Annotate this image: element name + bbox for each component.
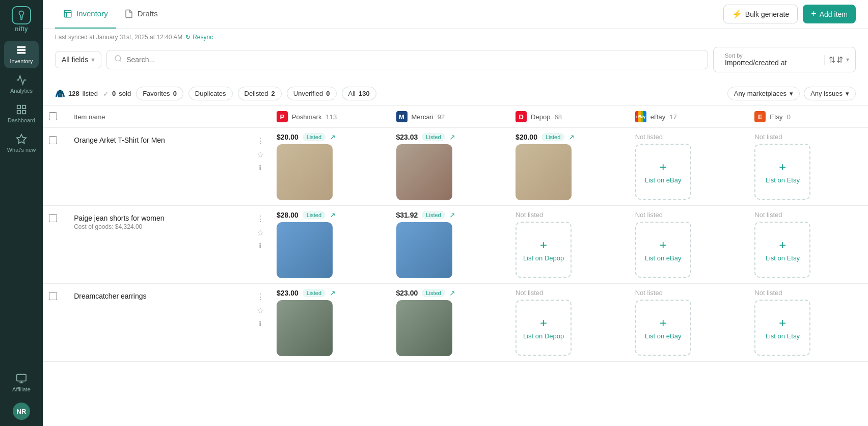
external-link-icon[interactable]: ↗ [449,133,455,141]
listed-badge: Listed [422,211,445,219]
filter-all[interactable]: All 130 [342,87,376,100]
market-price-row: $23.03 Listed ↗ [396,133,504,141]
select-all-checkbox[interactable] [49,112,57,120]
sort-dropdown-button[interactable]: ▾ [844,56,851,63]
svg-rect-8 [64,10,71,17]
market-price-row: $31.92 Listed ↗ [396,211,504,219]
external-link-icon[interactable]: ↗ [449,211,455,219]
all-label: All [348,90,356,97]
svg-rect-2 [17,111,20,114]
info-icon[interactable]: ℹ [259,320,261,328]
tab-drafts[interactable]: Drafts [116,0,166,29]
plus-icon: + [660,316,667,330]
row-checkbox[interactable] [49,136,57,144]
market-price-row: $20.00 Listed ↗ [277,133,384,141]
mercari-logo: M [396,111,408,122]
market-cell-ebay: Not listed + List on eBay [629,206,749,284]
external-link-icon[interactable]: ↗ [330,211,336,219]
list-on-etsy-button[interactable]: + List on Etsy [754,144,810,200]
avatar[interactable]: NR [13,403,30,420]
star-icon[interactable]: ☆ [257,150,264,159]
filter-favorites[interactable]: Favorites 0 [136,87,183,100]
plus-icon: + [811,9,817,19]
external-link-icon[interactable]: ↗ [330,289,336,297]
list-card-label: List on eBay [645,254,682,262]
th-check [43,106,68,128]
svg-rect-3 [22,111,25,114]
sidebar-item-dashboard[interactable]: Dashboard [4,100,39,127]
market-cell-depop: Not listed + List on Depop [509,206,629,284]
more-icon[interactable]: ⋮ [256,214,264,224]
sort-asc-button[interactable]: ⇅ [829,55,835,65]
external-link-icon[interactable]: ↗ [568,133,575,141]
star-icon[interactable]: ☆ [257,306,264,315]
row-checkbox[interactable] [49,214,57,222]
svg-marker-4 [17,135,26,143]
sort-buttons: ⇅ ⇵ ▾ [824,55,855,65]
plus-icon: + [779,160,786,174]
th-depop: D Depop 68 [509,106,629,128]
not-listed-label: Not listed [754,133,862,141]
sidebar-item-affiliate[interactable]: Affiliate [4,369,39,396]
market-cell-etsy: Not listed + List on Etsy [748,128,868,206]
table-row: Orange Arket T-Shirt for Men ⋮ ☆ ℹ $20.0… [43,128,868,206]
search-box [106,50,708,69]
list-card-label: List on Etsy [766,176,800,184]
product-image [277,144,333,200]
market-cell-ebay: Not listed + List on eBay [629,128,749,206]
list-on-ebay-button[interactable]: + List on eBay [635,300,691,356]
external-link-icon[interactable]: ↗ [449,289,455,297]
more-icon[interactable]: ⋮ [256,136,264,146]
filter-duplicates[interactable]: Duplicates [188,87,233,100]
search-icon [114,55,122,65]
sidebar-item-inventory[interactable]: Inventory [4,41,39,68]
plus-icon: + [660,238,667,252]
depop-logo: D [516,111,527,122]
list-on-ebay-button[interactable]: + List on eBay [635,222,691,278]
logo: nifty [8,6,35,33]
item-name-cell: Orange Arket T-Shirt for Men [68,128,250,206]
price: $20.00 [277,133,299,141]
list-card-label: List on Depop [523,332,564,340]
th-actions [250,106,270,128]
sidebar-item-analytics[interactable]: Analytics [4,70,39,98]
list-on-depop-button[interactable]: + List on Depop [516,222,572,278]
table-area: Item name P Poshmark 113 M Mercari [43,106,868,426]
filter-select[interactable]: All fields ▾ [55,51,101,68]
item-name: Paige jean shorts for women [74,214,244,222]
sidebar-item-inventory-label: Inventory [10,58,33,64]
list-on-etsy-button[interactable]: + List on Etsy [754,300,810,356]
not-listed-label: Not listed [754,289,862,297]
list-on-depop-button[interactable]: + List on Depop [516,300,572,356]
tab-inventory[interactable]: Inventory [55,0,116,29]
sort-box: Sort by Imported/created at ⇅ ⇵ ▾ [713,47,856,72]
plus-icon: + [779,238,786,252]
row-checkbox[interactable] [49,292,57,300]
list-card-label: List on eBay [645,332,682,340]
list-on-ebay-button[interactable]: + List on eBay [635,144,691,200]
star-icon[interactable]: ☆ [257,228,264,237]
item-sub: Cost of goods: $4,324.00 [74,223,244,230]
sync-line: Last synced at January 31st, 2025 at 12:… [55,34,856,41]
etsy-logo: E [754,111,766,122]
th-etsy: E Etsy 0 [748,106,868,128]
sidebar: nifty Inventory Analytics Dashboard What… [0,0,43,426]
sort-desc-button[interactable]: ⇵ [836,55,843,65]
list-on-etsy-button[interactable]: + List on Etsy [754,222,810,278]
filter-delisted[interactable]: Delisted 2 [238,87,282,100]
info-icon[interactable]: ℹ [259,164,261,172]
sidebar-item-whats-new[interactable]: What's new [4,129,39,157]
bulk-generate-button[interactable]: ⚡ Bulk generate [723,5,798,23]
market-cell-ebay: Not listed + List on eBay [629,284,749,362]
filter-unverified[interactable]: Unverified 0 [287,87,337,100]
issues-filter-button[interactable]: Any issues ▾ [804,87,856,100]
search-input[interactable] [126,56,700,64]
more-icon[interactable]: ⋮ [256,292,264,302]
external-link-icon[interactable]: ↗ [330,133,336,141]
add-item-button[interactable]: + Add item [803,5,856,23]
info-icon[interactable]: ℹ [259,242,261,250]
list-card-label: List on Depop [523,254,564,262]
logo-text: nifty [15,25,28,33]
marketplace-filter-button[interactable]: Any marketplaces ▾ [727,87,800,100]
resync-button[interactable]: ↻ Resync [185,34,213,41]
